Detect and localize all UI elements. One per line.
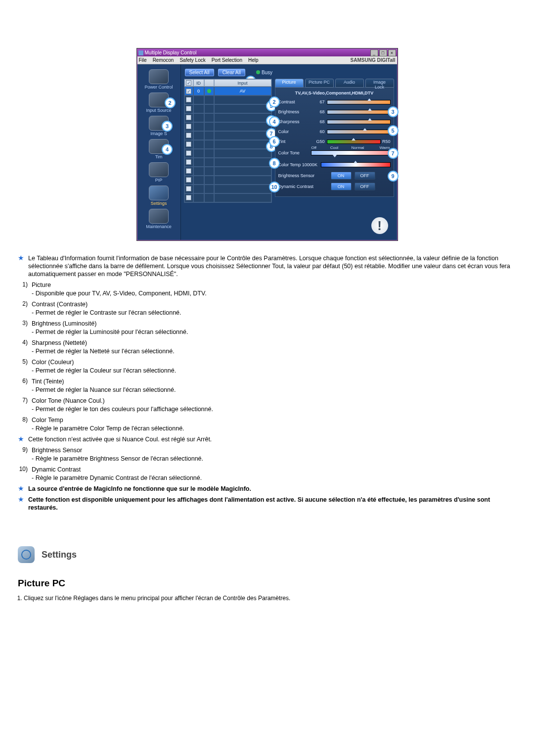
menu-safety[interactable]: Safety Lock	[179, 57, 205, 63]
table-row[interactable]	[184, 122, 271, 131]
checkbox[interactable]	[186, 195, 191, 200]
list-item: 3)Brightness (Luminosité)- Permet de rég…	[18, 320, 516, 336]
tint-slider[interactable]	[327, 140, 381, 144]
row-label: Color Temp 10000K	[278, 162, 321, 167]
checkbox[interactable]	[186, 89, 191, 94]
brand-label: SAMSUNG DIGITall	[351, 57, 396, 63]
sidebar-item-settings[interactable]: Settings	[149, 186, 169, 206]
menu-file[interactable]: File	[139, 57, 147, 63]
table-row[interactable]: 0 AV	[184, 87, 271, 95]
row-label: Brightness Sensor	[278, 173, 328, 178]
table-row[interactable]	[184, 149, 271, 158]
clear-all-button[interactable]: Clear All	[218, 69, 245, 76]
row-label: Brightness	[278, 109, 311, 114]
minimize-icon[interactable]: _	[370, 49, 378, 56]
ordered-list: Cliquez sur l'icône Réglages dans le men…	[12, 595, 522, 602]
checkbox[interactable]	[186, 106, 191, 111]
maximize-icon[interactable]: □	[379, 49, 387, 56]
list-item: Cliquez sur l'icône Réglages dans le men…	[24, 595, 516, 602]
dynamic-on-button[interactable]: ON	[331, 183, 352, 190]
checkbox[interactable]	[186, 124, 191, 129]
table-row[interactable]	[184, 113, 271, 122]
sidebar-item-power[interactable]: Power Control	[144, 69, 173, 90]
color-slider[interactable]	[327, 130, 391, 134]
contrast-slider[interactable]	[327, 100, 391, 104]
dynamic-off-button[interactable]: OFF	[355, 183, 375, 190]
note-star: ★Cette fonction est disponible uniquemen…	[18, 496, 516, 512]
sidebar-item-maintenance[interactable]: Maintenance	[146, 209, 172, 229]
menu-help[interactable]: Help	[248, 57, 259, 63]
checkbox[interactable]	[186, 168, 191, 174]
list-item: 6)Tint (Teinte)- Permet de régler la Nua…	[18, 378, 516, 394]
color-tone-slider[interactable]: Off Cool Normal Warm	[311, 150, 391, 155]
menu-remocon[interactable]: Remocon	[153, 57, 174, 63]
list-item: 10)Dynamic Contrast- Règle le paramètre …	[18, 466, 516, 482]
app-icon	[138, 50, 143, 55]
app-title: Multiple Display Control	[145, 50, 197, 55]
busy-indicator: Busy	[256, 70, 272, 75]
list-item: 9)Brightness Sensor- Règle le paramètre …	[18, 446, 516, 463]
sidebar-item-time[interactable]: Tim4	[149, 139, 169, 159]
note-star: ★La source d'entrée de MagicInfo ne fonc…	[18, 485, 516, 493]
checkbox[interactable]	[186, 159, 191, 165]
checkbox[interactable]	[186, 186, 191, 191]
tab-audio[interactable]: Audio	[335, 79, 364, 88]
pip-icon	[149, 162, 169, 177]
checkbox[interactable]	[186, 133, 191, 138]
table-row[interactable]	[184, 131, 271, 140]
settings-section-icon	[18, 546, 35, 563]
select-all-button[interactable]: Select All	[185, 69, 214, 76]
status-dot-icon	[207, 89, 211, 93]
brightness-sensor-on-button[interactable]: ON	[331, 172, 352, 180]
tab-picture-pc[interactable]: Picture PC	[305, 79, 334, 88]
checkbox[interactable]	[186, 97, 191, 102]
tab-image-lock[interactable]: Image Lock	[365, 79, 394, 88]
sharpness-slider[interactable]	[327, 120, 391, 124]
star-icon: ★	[18, 254, 24, 278]
menubar: File Remocon Safety Lock Port Selection …	[137, 56, 397, 64]
callout-3: 3	[388, 106, 399, 117]
table-row[interactable]	[184, 104, 271, 113]
controls-pane: Picture Picture PC Audio Image Lock TV,A…	[275, 79, 394, 237]
callout-badge: 3	[162, 121, 173, 132]
color-temp-slider[interactable]	[321, 162, 391, 167]
power-icon	[149, 69, 169, 84]
menu-port[interactable]: Port Selection	[212, 57, 242, 63]
list-item: 7)Color Tone (Nuance Coul.)- Permet de r…	[18, 397, 516, 413]
gear-icon	[149, 186, 169, 200]
star-icon: ★	[18, 496, 24, 512]
sidebar-item-image[interactable]: Image S3	[149, 116, 169, 136]
checkbox[interactable]	[186, 177, 191, 183]
table-row[interactable]	[184, 158, 271, 167]
source-list: TV,AV,S-Video,Component,HDMI,DTV	[278, 91, 391, 95]
checkbox[interactable]	[186, 150, 191, 156]
close-icon[interactable]: ×	[388, 49, 396, 56]
table-row[interactable]	[184, 185, 271, 193]
row-label: Color	[278, 129, 311, 134]
tab-picture[interactable]: Picture	[275, 79, 304, 88]
sidebar-item-input[interactable]: Input Source2	[146, 93, 171, 113]
list-item: 4)Sharpness (Netteté)- Permet de régler …	[18, 339, 516, 355]
checkbox[interactable]	[186, 142, 191, 147]
checkbox-header[interactable]	[186, 80, 191, 86]
brightness-slider[interactable]	[327, 110, 391, 114]
row-label: Dynamic Contrast	[278, 184, 328, 189]
brightness-sensor-off-button[interactable]: OFF	[355, 172, 375, 180]
checkbox[interactable]	[186, 115, 191, 120]
app-window: Multiple Display Control _ □ × File Remo…	[137, 48, 398, 240]
list-item: 8)Color Temp- Règle le paramètre Color T…	[18, 416, 516, 432]
sidebar-item-pip[interactable]: PIP	[149, 162, 169, 183]
table-row[interactable]	[184, 193, 271, 202]
callout-4: 4	[269, 116, 280, 127]
warning-icon: !	[371, 217, 388, 234]
maintenance-icon	[149, 209, 169, 224]
callout-8: 8	[269, 158, 280, 169]
subheading: Picture PC	[18, 578, 522, 589]
table-row[interactable]	[184, 140, 271, 149]
table-row[interactable]	[184, 176, 271, 185]
table-row[interactable]	[184, 95, 271, 104]
list-item: 2)Contrast (Contraste)- Permet de régler…	[18, 300, 516, 317]
row-label: Tint	[278, 139, 311, 144]
table-row[interactable]	[184, 167, 271, 176]
titlebar: Multiple Display Control _ □ ×	[137, 49, 397, 56]
